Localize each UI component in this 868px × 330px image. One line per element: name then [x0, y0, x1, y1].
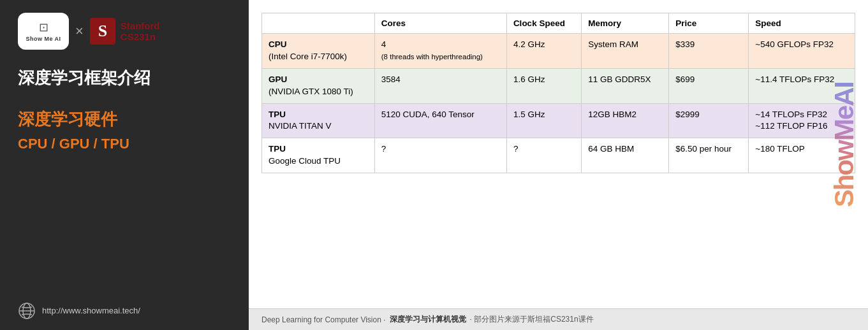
showmeai-logo: ⊡ Show Me AI	[18, 13, 69, 50]
row-speed-tpu1: ~14 TFLOPs FP32 ~112 TFLOP FP16	[749, 103, 855, 138]
sidebar: ⊡ Show Me AI × S Stanford CS231n 深度学习框架介…	[0, 0, 249, 330]
row-clock-tpu1: 1.5 GHz	[506, 103, 581, 138]
footer-text-bold: 深度学习与计算机视觉	[390, 314, 466, 325]
row-memory-cpu: System RAM	[582, 34, 669, 69]
link-icon	[18, 302, 36, 320]
row-price-gpu: $699	[669, 68, 749, 103]
row-cores-gpu: 3584	[374, 68, 506, 103]
table-row: TPU NVIDIA TITAN V 5120 CUDA, 640 Tensor…	[262, 103, 855, 138]
row-clock-gpu: 1.6 GHz	[506, 68, 581, 103]
row-cores-tpu2: ?	[374, 138, 506, 173]
row-price-tpu2: $6.50 per hour	[669, 138, 749, 173]
row-memory-tpu2: 64 GB HBM	[582, 138, 669, 173]
col-header-memory: Memory	[582, 13, 669, 34]
subtitle-en: CPU / GPU / TPU	[18, 136, 231, 152]
row-memory-gpu: 11 GB GDDR5X	[582, 68, 669, 103]
stanford-name: Stanford	[121, 20, 160, 31]
row-label-tpu1: TPU NVIDIA TITAN V	[262, 103, 375, 138]
row-label-tpu2: TPU Google Cloud TPU	[262, 138, 375, 173]
footer-text-normal2: · 部分图片来源于斯坦福CS231n课件	[470, 314, 594, 325]
logo-text: Show Me AI	[26, 36, 61, 42]
times-sign: ×	[75, 23, 84, 39]
col-header-clock: Clock Speed	[506, 13, 581, 34]
table-header-row: Cores Clock Speed Memory Price Speed	[262, 13, 855, 34]
col-header-label	[262, 13, 375, 34]
table-wrapper: Cores Clock Speed Memory Price Speed CPU…	[249, 0, 868, 308]
row-speed-cpu: ~540 GFLOPs FP32	[749, 34, 855, 69]
row-speed-tpu2: ~180 TFLOP	[749, 138, 855, 173]
footer-url[interactable]: http://www.showmeai.tech/	[42, 306, 140, 315]
col-header-speed: Speed	[749, 13, 855, 34]
col-header-cores: Cores	[374, 13, 506, 34]
subtitle-cn: 深度学习硬件	[18, 108, 231, 131]
row-clock-tpu2: ?	[506, 138, 581, 173]
table-row: TPU Google Cloud TPU ? ? 64 GB HBM $6.50…	[262, 138, 855, 173]
page-footer: Deep Learning for Computer Vision · 深度学习…	[249, 308, 868, 330]
row-label-gpu: GPU (NVIDIA GTX 1080 Ti)	[262, 68, 375, 103]
logo-icon: ⊡	[39, 20, 48, 34]
comparison-table: Cores Clock Speed Memory Price Speed CPU…	[261, 13, 855, 173]
row-memory-tpu1: 12GB HBM2	[582, 103, 669, 138]
row-speed-gpu: ~11.4 TFLOPs FP32	[749, 68, 855, 103]
main-content: Cores Clock Speed Memory Price Speed CPU…	[249, 0, 868, 330]
footer-link[interactable]: http://www.showmeai.tech/	[18, 292, 231, 320]
logo-area: ⊡ Show Me AI × S Stanford CS231n	[18, 13, 231, 50]
row-price-cpu: $339	[669, 34, 749, 69]
stanford-box: S Stanford CS231n	[90, 18, 160, 45]
row-price-tpu1: $2999	[669, 103, 749, 138]
stanford-text: Stanford CS231n	[121, 20, 160, 42]
table-row: CPU (Intel Core i7-7700k) 4 (8 threads w…	[262, 34, 855, 69]
row-label-cpu: CPU (Intel Core i7-7700k)	[262, 34, 375, 69]
stanford-s-icon: S	[90, 18, 115, 45]
page-title: 深度学习框架介绍	[18, 68, 231, 89]
row-cores-cpu: 4 (8 threads with hyperthreading)	[374, 34, 506, 69]
col-header-price: Price	[669, 13, 749, 34]
row-cores-tpu1: 5120 CUDA, 640 Tensor	[374, 103, 506, 138]
stanford-course: CS231n	[121, 31, 160, 42]
footer-text-normal1: Deep Learning for Computer Vision ·	[261, 315, 386, 324]
row-clock-cpu: 4.2 GHz	[506, 34, 581, 69]
table-row: GPU (NVIDIA GTX 1080 Ti) 3584 1.6 GHz 11…	[262, 68, 855, 103]
